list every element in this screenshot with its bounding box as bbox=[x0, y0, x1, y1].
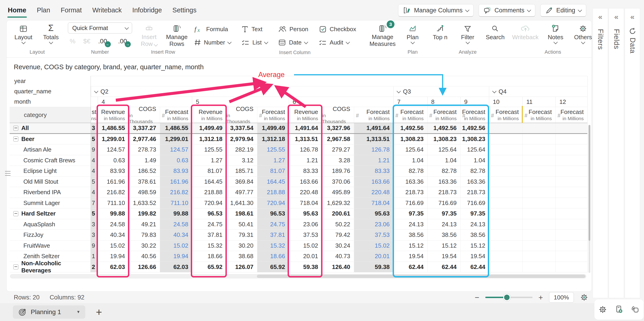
grid-cell[interactable]: 24.13 bbox=[427, 219, 460, 230]
measure-header-forecast[interactable]: #Forecastin Millions bbox=[556, 107, 587, 123]
grid-cell[interactable]: 15.02 bbox=[98, 240, 129, 251]
zoom-settings-gear-icon[interactable] bbox=[580, 293, 588, 302]
layout-button[interactable]: Layout bbox=[13, 22, 34, 44]
grid-cell[interactable]: 81.07 bbox=[192, 166, 226, 176]
grid-cell[interactable]: 15.12 bbox=[393, 240, 427, 251]
grid-cell[interactable]: 15.32 bbox=[257, 240, 289, 251]
grid-cell[interactable] bbox=[489, 219, 522, 230]
text-column-button[interactable]: Text bbox=[242, 22, 268, 36]
grid-cell[interactable]: 30.24 bbox=[322, 240, 354, 251]
measure-header-forecast[interactable]: #Forecastin Millions bbox=[460, 107, 489, 123]
sheet-tab-planning[interactable]: Planning 1 ▼ bbox=[13, 306, 85, 319]
comments-button[interactable]: Comments bbox=[479, 4, 536, 17]
grid-cell[interactable]: 126.78 bbox=[354, 144, 393, 155]
grid-cell[interactable] bbox=[489, 240, 522, 251]
settings-gear-icon[interactable] bbox=[598, 305, 607, 314]
menu-settings[interactable]: Settings bbox=[172, 6, 196, 14]
quarter-header-q3[interactable]: Q3 bbox=[393, 86, 489, 96]
row-label-eclipse-light[interactable]: Eclipse Light bbox=[10, 166, 90, 176]
grid-cell[interactable]: 99.88 bbox=[160, 208, 192, 219]
row-label-riverbend-ipa[interactable]: Riverbend IPA bbox=[10, 187, 90, 198]
grid-cell[interactable] bbox=[489, 262, 522, 272]
row-label-hard-seltzer[interactable]: Hard Seltzer bbox=[10, 208, 90, 219]
grid-cell[interactable]: 125.64 bbox=[460, 144, 489, 155]
add-report-icon[interactable] bbox=[614, 305, 624, 314]
grid-cell[interactable]: 19.94 bbox=[160, 251, 192, 262]
grid-cell[interactable]: 279.27 bbox=[322, 144, 354, 155]
month-header-7[interactable]: 7 bbox=[393, 97, 427, 107]
measure-header-forecast[interactable]: #Forecastin Millions bbox=[393, 107, 427, 123]
grid-cell[interactable] bbox=[556, 144, 587, 155]
grid-cell[interactable]: 65.92 bbox=[192, 262, 226, 272]
grid-cell[interactable]: 40.34 bbox=[160, 230, 192, 240]
dimension-quarter-label[interactable]: quarter_name bbox=[10, 86, 90, 96]
grid-cell[interactable]: 37.81 bbox=[257, 230, 289, 240]
grid-cell[interactable]: 126.40 bbox=[322, 262, 354, 272]
grid-cell[interactable]: 1,299.01 bbox=[160, 134, 192, 144]
search-button[interactable]: Search bbox=[484, 22, 506, 41]
notes-button[interactable]: Notes bbox=[545, 22, 566, 44]
grid-cell[interactable]: 0.63 bbox=[98, 155, 129, 166]
grid-cell[interactable]: 59.38 bbox=[354, 262, 393, 272]
dimension-month-label[interactable]: month bbox=[10, 96, 90, 107]
grid-cell[interactable]: 163.36 bbox=[427, 176, 460, 187]
grid-cell[interactable] bbox=[522, 219, 556, 230]
grid-cell[interactable]: 2,977.46 bbox=[129, 134, 160, 144]
measure-header-cogs[interactable]: COGSin Thousands bbox=[129, 107, 160, 123]
grid-cell[interactable]: 15.02 bbox=[289, 240, 322, 251]
grid-cell[interactable]: 50.41 bbox=[226, 219, 257, 230]
copies-layers-icon[interactable] bbox=[631, 305, 640, 314]
grid-cell[interactable] bbox=[522, 251, 556, 262]
grid-cell[interactable] bbox=[556, 155, 587, 166]
add-sheet-button[interactable]: + bbox=[96, 306, 102, 319]
row-label-summit-lager[interactable]: Summit Lager bbox=[10, 198, 90, 209]
grid-cell[interactable] bbox=[556, 198, 587, 208]
grid-cell[interactable]: 125.64 bbox=[427, 144, 460, 155]
filter-button[interactable]: Filter bbox=[457, 22, 478, 44]
row-label-non-alcoholic-beverages[interactable]: Non-Alcoholic Beverages bbox=[10, 262, 90, 272]
grid-cell[interactable] bbox=[556, 251, 587, 262]
grid-cell[interactable]: 164.45 bbox=[192, 176, 226, 187]
zoom-in-button[interactable]: + bbox=[538, 293, 543, 302]
grid-cell[interactable]: 163.66 bbox=[289, 176, 322, 187]
menu-plan[interactable]: Plan bbox=[37, 6, 50, 14]
grid-cell[interactable]: 163.36 bbox=[460, 176, 489, 187]
grid-cell[interactable]: 1,486.55 bbox=[98, 123, 129, 133]
grid-cell[interactable]: 1,629.32 bbox=[322, 198, 354, 208]
grid-cell[interactable]: 1,492.56 bbox=[460, 123, 489, 133]
grid-cell[interactable]: 62.44 bbox=[427, 262, 460, 272]
grid-cell[interactable]: 82.78 bbox=[427, 166, 460, 176]
grid-cell[interactable]: 1,308.23 bbox=[460, 134, 489, 144]
grid-cell[interactable]: 1.49 bbox=[129, 155, 160, 166]
collapse-row-icon[interactable] bbox=[13, 136, 18, 142]
grid-cell[interactable]: 40.34 bbox=[98, 230, 129, 240]
grid-cell[interactable]: 125.55 bbox=[257, 144, 289, 155]
measure-header-revenue[interactable]: Revenuein Millions bbox=[289, 107, 322, 123]
grid-cell[interactable]: 15.02 bbox=[160, 240, 192, 251]
grid-cell[interactable]: 59.38 bbox=[289, 262, 322, 272]
grid-cell[interactable] bbox=[489, 187, 522, 198]
grid-cell[interactable] bbox=[556, 208, 587, 219]
grid-cell[interactable]: 198.61 bbox=[226, 208, 257, 219]
grid-cell-clipped[interactable]: 1 bbox=[91, 251, 98, 262]
grid-cell[interactable]: 1,633.52 bbox=[129, 198, 160, 208]
grid-cell[interactable]: 161.96 bbox=[98, 176, 129, 187]
quarter-header-q4[interactable]: Q4 bbox=[489, 86, 587, 96]
totals-button[interactable]: Σ Totals bbox=[40, 22, 62, 44]
grid-cell[interactable]: 1,313.51 bbox=[354, 134, 393, 144]
measure-header-forecast[interactable]: #Forecastin Millions bbox=[489, 107, 522, 123]
row-label-old-mill-stout[interactable]: Old Mill Stout bbox=[10, 176, 90, 187]
grid-cell[interactable]: 50.22 bbox=[322, 219, 354, 230]
row-label-artisan-ale[interactable]: Artisan Ale bbox=[10, 144, 90, 155]
measure-header-forecast[interactable]: #Forecastin Millions bbox=[257, 107, 289, 123]
grid-cell[interactable]: 1,499.49 bbox=[192, 123, 226, 133]
menu-writeback[interactable]: Writeback bbox=[92, 6, 122, 14]
grid-cell[interactable]: 79.83 bbox=[129, 230, 160, 240]
row-label-beer[interactable]: Beer bbox=[10, 134, 90, 145]
grid-cell[interactable] bbox=[556, 123, 587, 133]
grid-cell[interactable]: 49.21 bbox=[129, 219, 160, 230]
zoom-level-value[interactable]: 100% bbox=[549, 292, 574, 303]
row-label-all[interactable]: All bbox=[10, 123, 90, 134]
grid-cell[interactable]: 15.02 bbox=[354, 240, 393, 251]
grid-cell[interactable]: 497.77 bbox=[226, 187, 257, 198]
